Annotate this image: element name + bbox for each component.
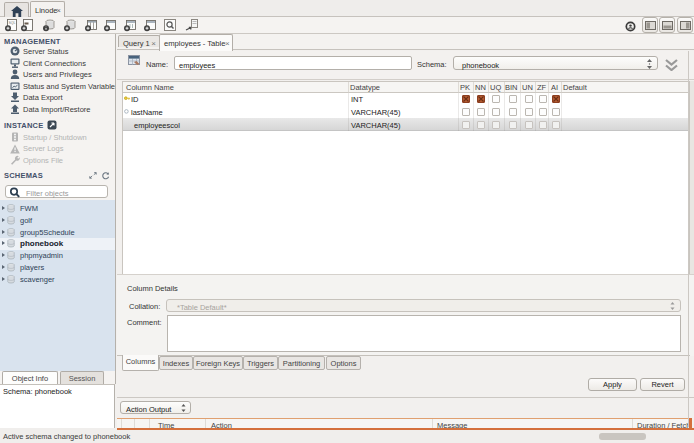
svg-text:SQL: SQL <box>9 21 16 25</box>
